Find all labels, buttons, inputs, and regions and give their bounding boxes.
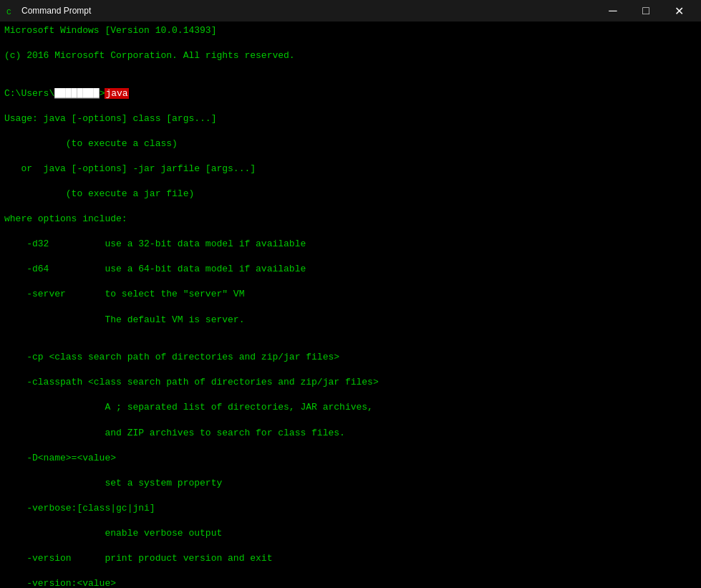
title-bar: C Command Prompt ─ □ ✕ [0, 0, 701, 21]
prompt-text: C:\Users\████████>java [4, 87, 129, 100]
console-line: -server to select the "server" VM [4, 288, 697, 301]
console-line: -cp <class search path of directories an… [4, 351, 697, 364]
minimize-button[interactable]: ─ [596, 0, 629, 21]
console-line: enable verbose output [4, 527, 697, 540]
console-line: A ; separated list of directories, JAR a… [4, 401, 697, 414]
console-line: -classpath <class search path of directo… [4, 376, 697, 389]
console-line: (c) 2016 Microsoft Corporation. All righ… [4, 49, 697, 62]
cmd-icon: C [6, 5, 17, 16]
console-line: Microsoft Windows [Version 10.0.14393] [4, 24, 697, 37]
console-line: Usage: java [-options] class [args...] [4, 112, 697, 125]
console-line: (to execute a jar file) [4, 188, 697, 201]
console-line: where options include: [4, 213, 697, 226]
console-output[interactable]: Microsoft Windows [Version 10.0.14393] (… [0, 21, 701, 588]
maximize-button[interactable]: □ [629, 0, 662, 21]
window-title: Command Prompt [21, 6, 596, 16]
console-line: -d32 use a 32-bit data model if availabl… [4, 238, 697, 251]
prompt-line: C:\Users\████████>java [4, 87, 697, 100]
console-line: and ZIP archives to search for class fil… [4, 427, 697, 440]
command-prompt-window: C Command Prompt ─ □ ✕ Microsoft Windows… [0, 0, 701, 588]
console-line: or java [-options] -jar jarfile [args...… [4, 163, 697, 175]
console-line: set a system property [4, 477, 697, 490]
console-line: The default VM is server. [4, 314, 697, 327]
console-line: -version:<value> [4, 577, 697, 588]
console-line: -version print product version and exit [4, 552, 697, 565]
svg-text:C: C [6, 8, 11, 16]
window-controls: ─ □ ✕ [596, 0, 695, 21]
close-button[interactable]: ✕ [662, 0, 695, 21]
console-line: -verbose:[class|gc|jni] [4, 502, 697, 515]
console-line: (to execute a class) [4, 138, 697, 150]
console-line: -D<name>=<value> [4, 452, 697, 465]
command-highlight: java [105, 88, 128, 99]
console-line: -d64 use a 64-bit data model if availabl… [4, 263, 697, 276]
